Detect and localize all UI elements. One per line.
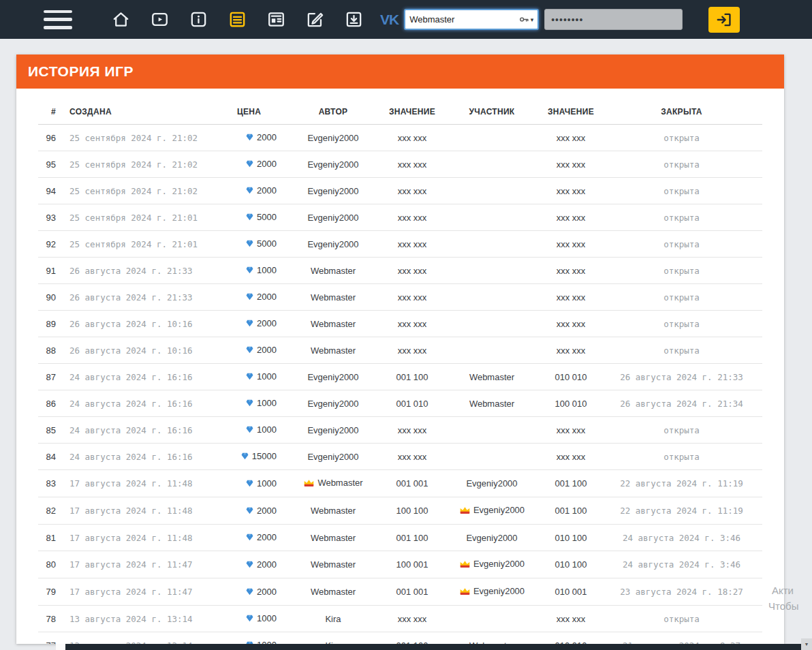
login-button[interactable]: [708, 7, 740, 33]
game-id: 81: [38, 525, 65, 551]
table-row: 92 25 сентября 2024 г. 21:01 5000 Evgeni…: [38, 231, 762, 258]
col-header-participant: УЧАСТНИК: [443, 98, 541, 125]
key-icon[interactable]: ▾: [519, 14, 534, 25]
table-row: 87 24 августа 2024 г. 16:16 1000 Evgeniy…: [38, 364, 762, 390]
game-value-participant: xxx xxx: [541, 337, 601, 364]
table-row: 94 25 сентября 2024 г. 21:02 2000 Evgeni…: [38, 178, 762, 204]
game-closed-date: открыта: [601, 204, 762, 231]
info-icon[interactable]: [188, 10, 208, 30]
footer-strip-dark: [65, 644, 801, 650]
game-author: Evgeniy2000: [285, 231, 381, 258]
game-participant-name: Evgeniy2000: [473, 559, 525, 569]
game-author-name: Webmaster: [311, 266, 356, 276]
game-id: 89: [38, 311, 65, 337]
game-id: 79: [38, 578, 65, 606]
game-value-participant: 010 001: [541, 578, 601, 606]
game-author-name: Evgeniy2000: [307, 399, 358, 409]
game-id: 95: [38, 151, 65, 178]
game-participant-name: Evgeniy2000: [473, 505, 525, 515]
game-participant: Webmaster: [443, 632, 541, 645]
game-author-name: Webmaster: [311, 587, 356, 597]
game-participant: Evgeniy2000: [443, 525, 541, 551]
game-participant: [443, 606, 541, 632]
game-author-name: Webmaster: [311, 292, 356, 303]
game-author-name: Evgeniy2000: [307, 159, 358, 170]
game-closed-date: 26 августа 2024 г. 21:33: [601, 364, 762, 390]
game-value-participant: 010 100: [541, 525, 601, 551]
game-value-participant: xxx xxx: [541, 258, 601, 284]
install-icon[interactable]: [343, 10, 364, 30]
game-value-author: 001 100: [381, 632, 443, 645]
game-closed-date: открыта: [601, 258, 762, 284]
game-participant: [443, 444, 541, 470]
card-body: # СОЗДАНА ЦЕНА АВТОР ЗНАЧЕНИЕ УЧАСТНИК З…: [16, 89, 784, 644]
game-value-participant: xxx xxx: [541, 204, 601, 231]
game-author-name: Webmaster: [311, 506, 356, 516]
notification-line-2: Чтобы: [768, 598, 798, 614]
top-navbar: VK ▾ ••••••••: [0, 0, 812, 39]
game-value-author: xxx xxx: [381, 151, 443, 178]
game-created-date: 17 августа 2024 г. 11:47: [65, 578, 232, 606]
home-icon[interactable]: [110, 10, 131, 30]
game-author-name: Evgeniy2000: [307, 452, 358, 462]
game-value-author: xxx xxx: [381, 258, 443, 284]
game-id: 94: [38, 178, 65, 204]
game-value-author: xxx xxx: [381, 204, 443, 231]
game-created-date: 17 августа 2024 г. 11:47: [65, 551, 232, 578]
game-value-author: 001 001: [381, 470, 443, 497]
game-price-value: 2000: [257, 506, 277, 516]
col-header-value1: ЗНАЧЕНИЕ: [381, 98, 443, 125]
games-list-icon-active[interactable]: [227, 10, 247, 30]
game-value-participant: 010 010: [541, 632, 601, 645]
game-participant-name: Evgeniy2000: [466, 533, 517, 543]
game-price: 5000: [232, 231, 285, 258]
video-icon[interactable]: [149, 10, 170, 30]
username-input[interactable]: [409, 14, 518, 25]
game-closed-date: 23 августа 2024 г. 18:27: [601, 578, 762, 606]
game-author: Evgeniy2000: [285, 417, 381, 444]
game-author: Webmaster: [285, 337, 381, 364]
game-id: 82: [38, 497, 65, 525]
game-participant: Evgeniy2000: [443, 497, 541, 525]
game-participant-name: Webmaster: [469, 399, 514, 409]
game-id: 91: [38, 258, 65, 284]
game-id: 77: [38, 632, 65, 645]
game-id: 84: [38, 444, 65, 470]
gem-icon: [246, 615, 253, 622]
game-value-author: 001 100: [381, 364, 443, 390]
game-value-participant: xxx xxx: [541, 284, 601, 311]
game-participant: [443, 178, 541, 204]
game-participant: Evgeniy2000: [443, 551, 541, 578]
compose-icon[interactable]: [304, 10, 325, 30]
game-participant: [443, 337, 541, 364]
vk-logo: VK: [380, 12, 399, 28]
game-price-value: 2000: [257, 132, 277, 142]
col-header-author: АВТОР: [285, 98, 381, 125]
game-closed-date: открыта: [601, 231, 762, 258]
gem-icon: [246, 240, 253, 247]
game-closed-date: 24 августа 2024 г. 3:46: [601, 525, 762, 551]
game-participant: Webmaster: [443, 364, 541, 390]
game-value-author: xxx xxx: [381, 284, 443, 311]
menu-icon[interactable]: [44, 10, 72, 29]
page-title: ИСТОРИЯ ИГР: [28, 63, 134, 80]
games-history-card: ИСТОРИЯ ИГР # СОЗДАНА ЦЕНА АВТОР ЗНАЧЕНИ…: [16, 55, 784, 644]
scrollbar-down-button[interactable]: ▼: [801, 638, 812, 650]
game-value-author: 001 001: [381, 578, 443, 606]
game-author: Webmaster: [285, 284, 381, 311]
game-price: 2000: [232, 578, 285, 606]
game-value-participant: xxx xxx: [541, 417, 601, 444]
game-price: 2000: [232, 178, 285, 204]
game-value-participant: xxx xxx: [541, 311, 601, 337]
notification-line-1: Акти: [772, 583, 798, 598]
game-participant: [443, 151, 541, 178]
password-field[interactable]: ••••••••: [544, 9, 683, 30]
game-created-date: 26 августа 2024 г. 21:33: [65, 284, 232, 311]
game-price: 1000: [232, 632, 285, 645]
table-row: 79 17 августа 2024 г. 11:47 2000 Webmast…: [38, 578, 762, 606]
author-winner-icon: [303, 479, 315, 489]
table-row: 93 25 сентября 2024 г. 21:01 5000 Evgeni…: [38, 204, 762, 231]
game-value-participant: xxx xxx: [541, 125, 601, 151]
game-value-author: 001 010: [381, 390, 443, 417]
news-icon[interactable]: [266, 10, 286, 30]
